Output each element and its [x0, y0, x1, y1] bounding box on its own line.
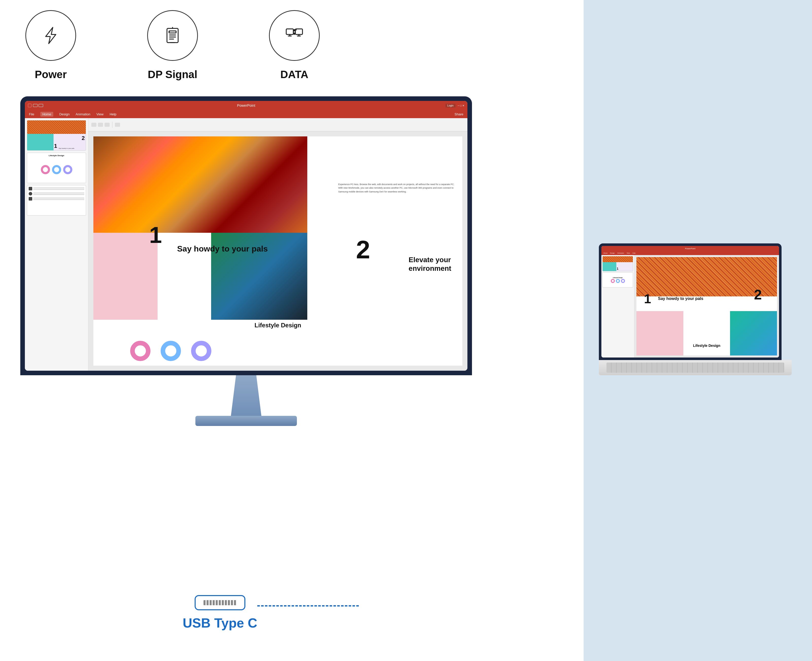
toolbar-btn-1[interactable]	[91, 123, 96, 127]
laptop-main-slide-area: 1 Say howdy to your pals 2 Lifestyle Des…	[634, 255, 779, 358]
pp-login-btn[interactable]: Login	[445, 104, 455, 107]
menu-design[interactable]: Design	[59, 112, 69, 116]
monitor-body: PowerPoint Login ─ □ ✕ File Home Design …	[20, 96, 472, 375]
slide-thumb-1-num: 1	[54, 143, 57, 149]
usb-dotted-line	[257, 605, 359, 607]
laptop-thumb2-title: Lifestyle Design	[613, 277, 623, 278]
laptop-content-area: 1 Lifestyle Design	[601, 255, 779, 358]
slide-thumb-2[interactable]: Lifestyle Design	[27, 153, 86, 183]
menu-file[interactable]: File	[29, 112, 34, 116]
slide-right-text-area: Experience PC-less. Browse the web, edit…	[333, 136, 462, 239]
toolbar-btn-3[interactable]	[104, 123, 110, 127]
menu-help[interactable]: Help	[110, 112, 117, 116]
power-icon-circle	[26, 10, 76, 61]
laptop-thumb1-num: 1	[617, 267, 619, 271]
laptop-slide-view: 1 Say howdy to your pals 2 Lifestyle Des…	[636, 257, 777, 356]
laptop-menu-help[interactable]: Help	[633, 252, 636, 254]
features-icons-section: Power DP Signal	[26, 10, 320, 81]
laptop-menu-home[interactable]: Home	[604, 252, 607, 254]
laptop-menu-view[interactable]: View	[626, 252, 630, 254]
laptop-mosaic-white	[683, 311, 730, 356]
laptop-bottom-mosaic	[636, 311, 777, 356]
slide-thumb-1[interactable]: 1 Say howdy to your pals 2	[27, 120, 86, 151]
pp-file-icon	[28, 104, 32, 107]
usb-pins	[203, 600, 237, 605]
laptop-slide-thumb-1[interactable]: 1	[602, 256, 633, 271]
slide-number-2: 2	[356, 235, 370, 264]
slide-number-1: 1	[149, 224, 162, 246]
slide-marble-image-top	[93, 136, 307, 233]
svg-marker-0	[46, 27, 56, 44]
powerpoint-title: PowerPoint	[237, 104, 255, 107]
laptop-screen-inner: PowerPoint Home Design Animation View He…	[601, 246, 779, 358]
power-label: Power	[35, 69, 67, 81]
laptop-menu-design[interactable]: Design	[610, 252, 615, 254]
monitor-stand	[221, 375, 272, 416]
pp-window-controls: ─ □ ✕	[458, 104, 464, 107]
data-icon-circle	[269, 10, 320, 61]
pp-redo-icon	[38, 104, 43, 107]
slide-view-area: Experience PC-less. Browse the web, edit…	[88, 131, 468, 371]
powerpoint-titlebar: PowerPoint Login ─ □ ✕	[25, 101, 468, 110]
usb-connector-icon	[195, 595, 245, 610]
lightning-bolt-icon	[41, 26, 61, 46]
main-slide: Experience PC-less. Browse the web, edit…	[93, 136, 462, 366]
dp-signal-feature-item: DP Signal	[147, 10, 198, 81]
powerpoint-menubar: File Home Design Animation View Help Sha…	[25, 110, 468, 118]
display-port-icon	[162, 26, 183, 46]
toolbar-divider	[112, 122, 112, 128]
monitor-display: PowerPoint Login ─ □ ✕ File Home Design …	[20, 96, 472, 426]
dp-signal-label: DP Signal	[148, 69, 197, 81]
slide-donut-charts	[130, 341, 211, 361]
svg-rect-3	[169, 31, 176, 33]
laptop-display: PowerPoint Home Design Animation View He…	[599, 243, 792, 375]
slide-thumb-3[interactable]	[27, 185, 86, 216]
usb-section: USB Type C	[183, 595, 257, 631]
laptop-keyboard	[599, 360, 792, 375]
slide-thumb-1-num2: 2	[82, 135, 85, 142]
monitor-sync-icon	[284, 26, 304, 46]
powerpoint-content-area: 1 Say howdy to your pals 2 Lifestyle Des…	[25, 118, 468, 371]
menu-share[interactable]: Share	[455, 112, 463, 116]
laptop-pp-menubar: Home Design Animation View Help	[601, 251, 779, 255]
laptop-howdy-text: Say howdy to your pals	[658, 296, 703, 301]
monitor-base	[195, 416, 297, 426]
slide-thumb-2-title: Lifestyle Design	[29, 155, 84, 157]
laptop-lifestyle-title: Lifestyle Design	[693, 343, 720, 348]
laptop-screen-body: PowerPoint Home Design Animation View He…	[599, 243, 782, 360]
menu-animation[interactable]: Animation	[75, 112, 90, 116]
slide-elevate-text: Elevate your environment	[408, 255, 451, 273]
laptop-slides-panel: 1 Lifestyle Design	[601, 255, 634, 358]
toolbar-btn-2[interactable]	[98, 123, 103, 127]
laptop-slide-number-2: 2	[754, 286, 762, 303]
main-content-area: Experience PC-less. Browse the web, edit…	[88, 118, 468, 371]
laptop-pp-titlebar: PowerPoint	[601, 246, 779, 251]
pp-undo-icon	[33, 104, 38, 107]
powerpoint-toolbar	[88, 118, 468, 131]
slide-howdy-text: Say howdy to your pals	[177, 244, 268, 254]
laptop-slide-thumb-2[interactable]: Lifestyle Design	[602, 272, 633, 287]
monitor-screen: PowerPoint Login ─ □ ✕ File Home Design …	[25, 101, 468, 371]
slides-panel: 1 Say howdy to your pals 2 Lifestyle Des…	[25, 118, 88, 371]
menu-view[interactable]: View	[96, 112, 104, 116]
slide-thumb-1-text: Say howdy to your pals	[59, 148, 74, 149]
laptop-mosaic-teal	[730, 311, 777, 356]
keyboard-keys	[607, 362, 784, 373]
svg-rect-9	[286, 29, 293, 35]
power-feature-item: Power	[26, 10, 76, 81]
laptop-menu-animation[interactable]: Animation	[617, 252, 624, 254]
laptop-slide-number-1: 1	[644, 292, 651, 306]
menu-home[interactable]: Home	[40, 112, 53, 117]
mosaic-pink	[93, 233, 158, 320]
data-label: DATA	[280, 69, 308, 81]
laptop-mosaic-pink	[636, 311, 683, 356]
laptop-pp-title-text: PowerPoint	[685, 247, 695, 250]
data-feature-item: DATA	[269, 10, 320, 81]
toolbar-btn-4[interactable]	[115, 123, 120, 127]
usb-label: USB Type C	[183, 615, 257, 631]
slide-right-paragraph: Experience PC-less. Browse the web, edit…	[338, 182, 457, 193]
dp-signal-icon-circle	[147, 10, 198, 61]
slide-lifestyle-title: Lifestyle Design	[255, 322, 301, 329]
